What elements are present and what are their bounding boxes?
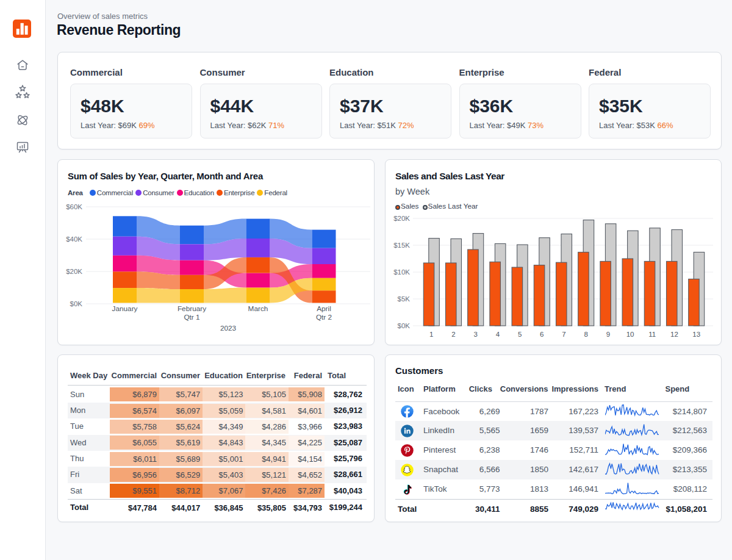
svg-text:March: March (248, 304, 268, 313)
svg-text:11: 11 (648, 331, 656, 338)
svg-text:January: January (112, 304, 138, 313)
svg-text:$10K: $10K (393, 268, 410, 276)
svg-text:9: 9 (606, 331, 610, 338)
svg-text:$60K: $60K (66, 203, 82, 210)
svg-text:8: 8 (584, 331, 587, 338)
svg-text:February: February (178, 304, 206, 313)
svg-text:Qtr 1: Qtr 1 (184, 313, 199, 321)
svg-text:$15K: $15K (393, 242, 410, 249)
svg-text:2023: 2023 (220, 324, 237, 332)
svg-text:12: 12 (670, 331, 678, 338)
svg-text:$20K: $20K (393, 215, 410, 222)
svg-text:April: April (317, 304, 331, 313)
svg-text:$40K: $40K (66, 235, 82, 243)
svg-text:$0K: $0K (398, 322, 411, 329)
svg-text:6: 6 (540, 331, 544, 338)
svg-text:4: 4 (496, 331, 500, 338)
svg-text:$20K: $20K (66, 268, 82, 275)
svg-text:13: 13 (692, 331, 700, 338)
svg-text:5: 5 (518, 331, 522, 338)
svg-text:2: 2 (451, 331, 455, 338)
svg-text:$5K: $5K (398, 295, 411, 303)
svg-text:$0K: $0K (70, 300, 83, 307)
svg-text:7: 7 (562, 331, 565, 338)
svg-text:10: 10 (626, 331, 634, 338)
svg-text:3: 3 (473, 331, 477, 338)
svg-text:Qtr 2: Qtr 2 (316, 313, 332, 321)
svg-text:1: 1 (429, 331, 433, 338)
